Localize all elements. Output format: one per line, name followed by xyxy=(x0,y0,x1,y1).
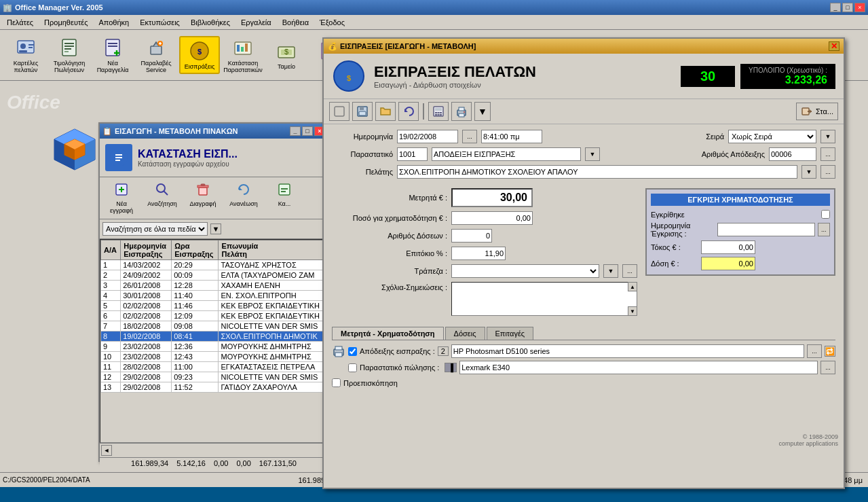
table-row[interactable]: 12 29/02/2008 09:23 NICOLETTE VAN DER SM… xyxy=(101,372,327,382)
trapeza-search-btn[interactable]: ... xyxy=(622,264,637,278)
apodeixi-printer-icon-btn[interactable]: 🔁 xyxy=(825,346,835,357)
apodeixi-print-label: Απόδειξης εισπραξης : xyxy=(360,347,435,355)
cell-time: 00:09 xyxy=(172,270,219,281)
arith-apod-btn[interactable]: ... xyxy=(820,147,835,161)
arithmos-doseon-input[interactable] xyxy=(451,229,492,243)
table-row[interactable]: 4 30/01/2008 11:40 ΕΝ. ΣΧΟΛ.ΕΠΙΤΡΟΠΗ xyxy=(101,291,327,301)
proepiskopisei-checkbox[interactable] xyxy=(332,378,341,387)
inner-search-bar: Αναζήτηση σε όλα τα πεδία ▼ xyxy=(100,219,328,239)
arith-apod-label: Αριθμός Απόδειξης xyxy=(690,150,765,158)
inner-btn-new[interactable]: Νέα εγγραφή xyxy=(102,180,140,216)
dosi-input[interactable] xyxy=(701,257,755,270)
epitokio-input[interactable] xyxy=(451,247,506,260)
dialog-calc-button[interactable] xyxy=(428,102,449,121)
menu-pelates[interactable]: Πελάτες xyxy=(1,17,39,28)
dialog-print-arrow[interactable]: ▼ xyxy=(474,102,491,121)
tab-doseis[interactable]: Δόσεις xyxy=(445,327,485,340)
toolbar-tameio[interactable]: $ Ταμείο xyxy=(266,37,307,73)
menu-promithevtes[interactable]: Προμηθευτές xyxy=(39,17,93,28)
tab-epitages[interactable]: Επιταγές xyxy=(487,327,534,340)
inner-btn-search[interactable]: Αναζήτηση xyxy=(143,180,181,216)
dialog-undo-button[interactable] xyxy=(398,102,419,121)
table-row[interactable]: 1 14/03/2002 20:29 ΤΑΣΟΥΔΗΣ ΧΡΗΣΤΟΣ xyxy=(101,260,327,270)
arith-apod-input[interactable] xyxy=(769,147,816,161)
seira-dropdown[interactable]: ▼ xyxy=(820,130,835,143)
tokos-input[interactable] xyxy=(701,240,755,254)
inner-table-scroll[interactable]: Α/Α ΗμερομηνίαΕισπραξης ΩραΕισπραξης Επω… xyxy=(100,239,328,443)
table-row[interactable]: 5 02/02/2008 11:46 ΚΕΚ ΕΒΡΟΣ ΕΚΠΑΙΔΕΥΤΙΚ… xyxy=(101,301,327,311)
table-row[interactable]: 8 19/02/2008 08:41 ΣΧΟΛ.ΕΠΙΤΡΟΠΗ ΔΗΜΟΤΙΚ xyxy=(101,331,327,342)
close-button[interactable]: × xyxy=(854,3,865,12)
toolbar-paralaves[interactable]: ΠαραλαβέςService xyxy=(136,33,176,77)
main-dialog-close-button[interactable]: ✕ xyxy=(829,41,839,51)
bottom-num3: 0,00 xyxy=(214,459,228,467)
inner-btn-refresh[interactable]: Ανανέωση xyxy=(225,180,263,216)
table-row[interactable]: 7 18/02/2008 09:08 NICOLETTE VAN DER SMI… xyxy=(101,321,327,331)
trapeza-select[interactable] xyxy=(451,264,599,278)
menu-voitheia[interactable]: Βοήθεια xyxy=(277,17,314,28)
menu-ektyposeis[interactable]: Εκτυπώσεις xyxy=(134,17,185,28)
date-input[interactable] xyxy=(397,130,458,143)
pelatis-dropdown[interactable]: ▼ xyxy=(801,165,816,179)
table-row[interactable]: 3 26/01/2008 12:28 ΧΑΧΑΜΗ ΕΛΕΝΗ xyxy=(101,281,327,291)
inner-dialog-minimize[interactable]: _ xyxy=(290,126,301,136)
date-picker-button[interactable]: ... xyxy=(462,130,477,143)
parastatics-print-checkbox[interactable] xyxy=(348,363,357,372)
table-row[interactable]: 2 24/09/2002 00:09 ΕΛΤΑ (ΤΑΧΥΔΡΟΜΕΙΟ ΖΑΜ xyxy=(101,270,327,281)
pelatis-search-btn[interactable]: ... xyxy=(820,165,835,179)
toolbar-katastasi[interactable]: ΚατάστασηΠαραστατικών xyxy=(223,33,263,77)
scroll-up-btn[interactable]: ▲ xyxy=(628,282,637,291)
tab-metriti-xrhmatodotisi[interactable]: Μετρητά - Χρηματοδότηση xyxy=(332,327,444,340)
nav-left-button[interactable]: ◄ xyxy=(101,445,112,456)
table-row[interactable]: 13 29/02/2008 11:52 ΓΑΤΙΔΟΥ ΖΑΧΑΡΟΥΛΑ xyxy=(101,382,327,393)
table-row[interactable]: 10 23/02/2008 12:43 ΜΟΥΡΟΥΚΗΣ ΔΗΜΗΤΡΗΣ xyxy=(101,352,327,362)
apodeixi-printer-input[interactable] xyxy=(451,344,804,358)
menu-ergaleia[interactable]: Εργαλεία xyxy=(235,17,277,28)
table-row[interactable]: 6 02/02/2008 12:09 ΚΕΚ ΕΒΡΟΣ ΕΚΠΑΙΔΕΥΤΙΚ… xyxy=(101,311,327,321)
search-field-select[interactable]: Αναζήτηση σε όλα τα πεδία xyxy=(102,222,208,236)
table-row[interactable]: 9 23/02/2008 12:36 ΜΟΥΡΟΥΚΗΣ ΔΗΜΗΤΡΗΣ xyxy=(101,342,327,352)
dialog-print-button[interactable] xyxy=(451,102,472,121)
toolbar-kartelespelaton[interactable]: Καρτέλεςπελατών xyxy=(5,33,46,77)
scroll-down-btn[interactable]: ▼ xyxy=(628,306,637,316)
svg-rect-43 xyxy=(115,160,120,161)
inner-dialog-maximize[interactable]: □ xyxy=(302,126,313,136)
parastatics-code-input[interactable] xyxy=(397,147,428,161)
dialog-save-button[interactable] xyxy=(352,102,373,121)
pelatis-input[interactable] xyxy=(397,165,797,179)
toolbar-timologisi[interactable]: ΤιμολόγησηΠωλήσεων xyxy=(49,33,90,77)
search-dropdown-arrow[interactable]: ▼ xyxy=(210,223,221,234)
inner-btn-delete[interactable]: Διαγραφή xyxy=(184,180,222,216)
egkrithike-checkbox[interactable] xyxy=(821,210,830,219)
inner-btn-ka[interactable]: Κα... xyxy=(265,180,303,216)
maximize-button[interactable]: □ xyxy=(842,3,853,12)
time-input[interactable] xyxy=(481,130,542,143)
seira-select[interactable]: Χωρίς Σειρά xyxy=(728,130,816,143)
cell-date: 30/01/2008 xyxy=(121,291,172,301)
dialog-exit-button[interactable]: Στα... xyxy=(796,103,838,120)
scholia-textarea[interactable] xyxy=(451,282,637,316)
minimize-button[interactable]: _ xyxy=(830,3,841,12)
dialog-folder-button[interactable] xyxy=(375,102,396,121)
apodeixi-printer-btn[interactable]: ... xyxy=(807,344,822,358)
parastatics-printer-btn[interactable]: ... xyxy=(820,361,835,374)
parastatics-dropdown[interactable]: ▼ xyxy=(585,147,600,161)
menu-exodos[interactable]: Έξοδος xyxy=(314,17,350,28)
parastatics-printer-input[interactable] xyxy=(459,361,818,374)
hmerominia-egkrisis-input[interactable] xyxy=(717,223,815,236)
trapeza-dropdown[interactable]: ▼ xyxy=(603,264,618,278)
inner-dialog-main-title: ΚΑΤΑΣΤΑΣΗ ΕΙΣΠ... xyxy=(138,148,238,160)
toolbar-nea-paraggelial[interactable]: ΝέαΠαραγγελία xyxy=(92,33,133,77)
dialog-new-button[interactable] xyxy=(329,102,350,121)
svg-rect-55 xyxy=(281,191,286,192)
table-row[interactable]: 11 28/02/2008 11:00 ΕΓΚΑΤΑΣΤΑΣΕΙΣ ΠΕΤΡΕΛ… xyxy=(101,362,327,372)
parastatics-name-input[interactable] xyxy=(432,147,581,161)
hmerominia-egkrisis-btn[interactable]: ... xyxy=(818,223,830,236)
menu-apothiki[interactable]: Αποθήκη xyxy=(93,17,134,28)
menu-bibliothikes[interactable]: Βιβλιοθήκες xyxy=(185,17,235,28)
cell-id: 4 xyxy=(101,291,121,301)
toolbar-eispraksis[interactable]: $ Εισπράξεις xyxy=(179,36,220,74)
epitokio-label: Επιτόκιο % : xyxy=(332,249,447,257)
poso-xrhmat-input[interactable] xyxy=(451,211,533,225)
apodeixi-print-checkbox[interactable] xyxy=(348,347,357,356)
